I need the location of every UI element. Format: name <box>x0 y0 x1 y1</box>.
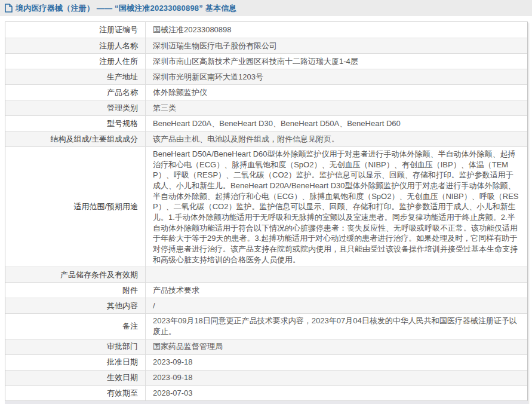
row-label: 注册人住所 <box>5 54 146 69</box>
row-label: 注册人名称 <box>5 38 146 53</box>
row-label: 其他内容 <box>5 298 146 313</box>
table-row: 备注2023年09月18日同意更正产品技术要求内容，2023年07月04日核发的… <box>5 313 527 338</box>
row-label: 有效期至 <box>5 386 146 401</box>
table-row: 注册人住所深圳市南山区高新技术产业园区科技南十二路迈瑞大厦1-4层 <box>5 53 527 69</box>
table-row: 管理类别第三类 <box>5 100 527 115</box>
table-row: 适用范围/预期用途BeneHeart D50A/BeneHeart D60型体外… <box>5 146 527 267</box>
row-label-text: 审批部门 <box>107 341 138 352</box>
row-label: 产品名称 <box>5 85 146 100</box>
row-value: 2023年09月18日同意更正产品技术要求内容，2023年07月04日核发的中华… <box>146 314 527 338</box>
row-label: 结构及组成/主要组成成分 <box>5 131 146 146</box>
row-label-text: 注册证编号 <box>99 25 138 35</box>
row-label-text: 产品储存条件及有效期 <box>60 270 138 280</box>
row-label: 型号规格 <box>5 116 146 131</box>
table-row: 有效期至2028-07-03 <box>5 385 527 401</box>
table-row: 批准日期2023-09-18 <box>5 354 527 370</box>
row-value: 国家药品监督管理局 <box>146 339 527 354</box>
row-value: 国械注准20233080898 <box>146 22 527 38</box>
row-value: 第三类 <box>146 100 527 115</box>
row-label-text: 结构及组成/主要组成成分 <box>50 134 138 145</box>
row-label-text: 管理类别 <box>107 103 138 114</box>
row-label-text: 注册人名称 <box>99 41 138 51</box>
row-value: 2023-09-18 <box>146 371 527 385</box>
row-value: 深圳市光明新区南环大道1203号 <box>146 69 527 84</box>
table-row: 型号规格BeneHeart D20A、BeneHeart D30、BeneHea… <box>5 115 527 131</box>
row-value: / <box>146 298 527 313</box>
table-row: 产品储存条件及有效期 <box>5 267 527 282</box>
table-row: 产品名称体外除颤监护仪 <box>5 84 527 100</box>
table-row: 审批部门国家药品监督管理局 <box>5 339 527 354</box>
row-value <box>146 267 527 282</box>
table-row: 其他内容/ <box>5 298 527 313</box>
row-label-text: 生效日期 <box>107 372 138 383</box>
row-label: 适用范围/预期用途 <box>5 147 146 267</box>
row-value: 深圳市南山区高新技术产业园区科技南十二路迈瑞大厦1-4层 <box>146 54 527 69</box>
row-label-text: 适用范围/预期用途 <box>73 201 138 212</box>
table-row: 生效日期2023-09-18 <box>5 370 527 385</box>
table-row: 注册证编号国械注准20233080898 <box>5 22 527 38</box>
row-label-text: 有效期至 <box>107 388 138 399</box>
row-label: 备注 <box>5 314 146 338</box>
row-label-text: 附件 <box>122 285 138 296</box>
row-label: 生产地址 <box>5 69 146 84</box>
table-row: 结构及组成/主要组成成分该产品由主机、电池以及附件组成，附件信息见附页。 <box>5 131 527 146</box>
row-label-text: 注册人住所 <box>99 56 138 67</box>
row-value: 2023-09-18 <box>146 355 527 370</box>
row-label-text: 批准日期 <box>107 357 138 368</box>
row-label: 管理类别 <box>5 100 146 115</box>
row-value: 该产品由主机、电池以及附件组成，附件信息见附页。 <box>146 131 527 146</box>
next-section-strip <box>5 400 528 404</box>
table-row: 附件产品技术要求 <box>5 282 527 298</box>
row-value: 产品技术要求 <box>146 283 527 298</box>
row-label: 产品储存条件及有效期 <box>5 267 146 282</box>
row-label-text: 生产地址 <box>107 72 138 82</box>
row-value: BeneHeart D50A/BeneHeart D60型体外除颤监护仪用于对患… <box>146 147 527 267</box>
row-label: 注册证编号 <box>5 22 146 38</box>
page-title: 境内医疗器械（注册） —— “国械注准20233080898” 基本信息 <box>16 3 237 14</box>
row-label: 批准日期 <box>5 355 146 370</box>
document-icon <box>5 4 13 13</box>
row-value: 2028-07-03 <box>146 386 527 401</box>
info-table: 注册证编号国械注准20233080898注册人名称深圳迈瑞生物医疗电子股份有限公… <box>5 22 528 404</box>
row-value: 体外除颤监护仪 <box>146 85 527 100</box>
row-label-text: 其他内容 <box>107 301 138 311</box>
section-header-bar: 境内医疗器械（注册） —— “国械注准20233080898” 基本信息 <box>0 0 532 16</box>
row-label: 审批部门 <box>5 339 146 354</box>
row-label-text: 备注 <box>122 321 138 332</box>
table-row: 注册人名称深圳迈瑞生物医疗电子股份有限公司 <box>5 38 527 53</box>
row-value: 深圳迈瑞生物医疗电子股份有限公司 <box>146 38 527 53</box>
row-label: 附件 <box>5 283 146 298</box>
row-label: 生效日期 <box>5 371 146 385</box>
table-row: 生产地址深圳市光明新区南环大道1203号 <box>5 69 527 84</box>
row-value: BeneHeart D20A、BeneHeart D30、BeneHeart D… <box>146 116 527 131</box>
row-label-text: 型号规格 <box>107 118 138 129</box>
row-label-text: 产品名称 <box>107 87 138 98</box>
